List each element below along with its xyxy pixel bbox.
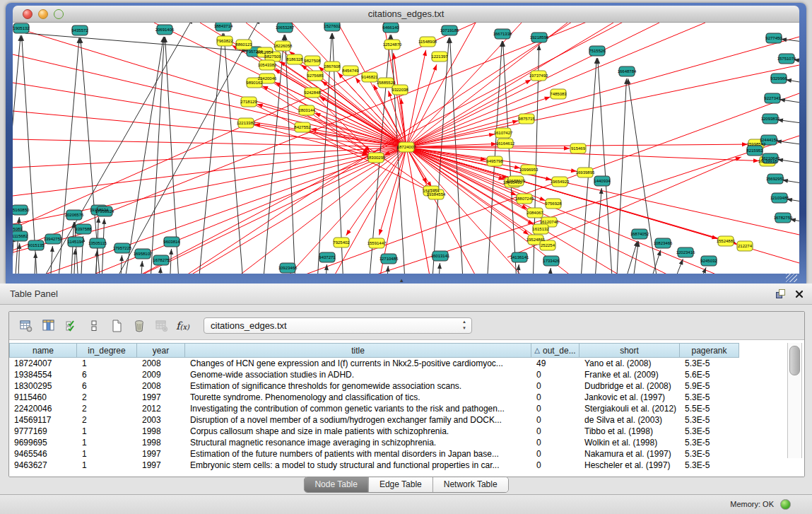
- cell-in_degree: 2: [77, 403, 137, 414]
- graph-edge[interactable]: [189, 147, 406, 274]
- cell-short: Tibbo et al. (1998): [579, 426, 680, 437]
- cell-year: 1997: [137, 448, 185, 460]
- graph-edge[interactable]: [285, 35, 297, 274]
- cell-in_degree: 2: [77, 392, 137, 403]
- graph-edge[interactable]: [659, 259, 683, 274]
- cell-in_degree: 1: [77, 358, 137, 369]
- cell-name: 18724007: [9, 358, 77, 369]
- graph-edge[interactable]: [406, 147, 736, 244]
- graph-edge[interactable]: [406, 147, 719, 274]
- column-header-title[interactable]: title: [185, 343, 531, 358]
- row-selection-button[interactable]: [60, 315, 83, 337]
- column-header-out_de[interactable]: △out_de...: [531, 343, 579, 358]
- graph-edge[interactable]: [182, 93, 799, 274]
- graph-edge[interactable]: [394, 53, 406, 147]
- graph-edge[interactable]: [787, 199, 799, 206]
- table-row[interactable]: 1830029562008Estimation of significance …: [9, 380, 804, 392]
- graph-node-label: 12524870: [383, 42, 402, 47]
- table-row[interactable]: 1872400712008Changes of HCN gene express…: [9, 358, 804, 369]
- table-row[interactable]: 946554611997Estimation of the future num…: [9, 448, 804, 460]
- vertical-scrollbar[interactable]: [787, 343, 802, 458]
- graph-edge[interactable]: [503, 41, 519, 274]
- table-select-dropdown[interactable]: citations_edges.txt ▲▼: [204, 317, 472, 334]
- cell-name: 22420046: [9, 403, 77, 414]
- table-row[interactable]: 969969511998Structural magnetic resonanc…: [9, 437, 804, 448]
- graph-edge[interactable]: [94, 23, 260, 274]
- network-window: citations_edges.txt 19051329435572206914…: [6, 3, 806, 284]
- scrollbar-thumb[interactable]: [789, 346, 800, 375]
- graph-edge[interactable]: [224, 33, 246, 274]
- graph-node-label: 9875715: [518, 117, 535, 121]
- cell-title: Estimation of significance thresholds fo…: [185, 380, 531, 392]
- graph-edge[interactable]: [307, 110, 369, 153]
- graph-edge-arrow: [95, 250, 99, 256]
- function-builder-icon[interactable]: f(x): [176, 320, 189, 332]
- graph-node-label: 17359924: [95, 209, 114, 214]
- graph-edge-arrow: [33, 252, 37, 258]
- close-panel-icon[interactable]: [795, 290, 804, 298]
- column-header-name[interactable]: name: [9, 343, 77, 358]
- new-column-button[interactable]: [105, 315, 128, 337]
- column-header-in_degree[interactable]: in_degree: [77, 343, 137, 358]
- network-canvas[interactable]: 1905132943557220691406188437141065328715…: [13, 22, 799, 274]
- graph-node-label: 1527602: [324, 24, 341, 28]
- column-header-pagerank[interactable]: pagerank: [680, 343, 739, 358]
- graph-edge-arrow: [423, 50, 427, 56]
- graph-node-label: 19654923: [551, 180, 570, 184]
- graph-node-label: 16013141: [431, 254, 450, 258]
- cell-name: 9465546: [9, 448, 77, 460]
- graph-node-label: 1905132: [13, 26, 30, 30]
- graph-node-label: 1733426: [543, 259, 560, 263]
- graph-edge[interactable]: [119, 37, 163, 274]
- graph-edge[interactable]: [684, 267, 706, 274]
- table-row[interactable]: 1938455462009Genome-wide association stu…: [9, 369, 804, 380]
- table-row[interactable]: 977716911998Corpus callosum shape and si…: [9, 426, 804, 437]
- graph-node-label: 9227343: [764, 96, 781, 100]
- graph-node-label: 9827508: [304, 59, 321, 63]
- cell-in_degree: 1: [77, 437, 137, 448]
- split-view-button[interactable]: [83, 315, 105, 337]
- graph-node-label: 9146821: [361, 75, 378, 79]
- graph-edge[interactable]: [13, 83, 406, 147]
- cell-short: Dudbridge et al. (2008): [579, 380, 680, 392]
- graph-node-label: 2084067: [526, 211, 543, 215]
- tab-edge-table[interactable]: Edge Table: [368, 477, 433, 492]
- cell-pagerank: 5.3E-5: [680, 414, 739, 426]
- cell-out_de: 0: [531, 426, 579, 437]
- tab-node-table[interactable]: Node Table: [304, 477, 368, 492]
- graph-edge-arrow: [539, 197, 546, 201]
- network-window-titlebar[interactable]: citations_edges.txt: [13, 6, 799, 23]
- cell-out_de: 0: [531, 460, 579, 471]
- table-row[interactable]: 911546021997Tourette syndrome. Phenomeno…: [9, 392, 804, 403]
- graph-node-label: 8186328: [286, 57, 303, 62]
- graph-node-label: 9015135: [28, 243, 45, 247]
- graph-node-label: 15885520: [377, 81, 396, 85]
- split-divider-handle[interactable]: ▴: [400, 277, 404, 284]
- table-row[interactable]: 2242004622012Investigating the contribut…: [9, 403, 804, 414]
- tab-network-table[interactable]: Network Table: [433, 477, 508, 492]
- table-row[interactable]: 1456911722003Disruption of a novel membe…: [9, 414, 804, 426]
- delete-column-button[interactable]: [128, 315, 151, 337]
- window-resize-handle[interactable]: [786, 274, 797, 282]
- graph-edge-arrow: [256, 23, 260, 24]
- graph-node-label: 10719185: [440, 28, 459, 33]
- graph-edge-arrow: [346, 230, 351, 235]
- attribute-table: namein_degreeyeartitle△out_de...shortpag…: [9, 339, 804, 477]
- cell-title: Structural magnetic resonance image aver…: [185, 437, 531, 448]
- column-chooser-button[interactable]: [37, 315, 60, 337]
- cell-out_de: 0: [531, 369, 579, 380]
- graph-edge[interactable]: [598, 58, 615, 274]
- graph-edge[interactable]: [578, 58, 596, 274]
- column-header-short[interactable]: short: [579, 343, 680, 358]
- graph-edge-arrow: [525, 80, 531, 84]
- graph-edge[interactable]: [25, 33, 247, 51]
- graph-edge[interactable]: [615, 78, 627, 274]
- float-panel-icon[interactable]: [776, 289, 785, 298]
- graph-edge[interactable]: [786, 80, 799, 88]
- graph-edge-arrow: [188, 23, 193, 24]
- table-row[interactable]: 946362711997Embryonic stem cells: a mode…: [9, 460, 804, 471]
- cell-title: Embryonic stem cells: a model to study s…: [185, 460, 531, 471]
- column-header-year[interactable]: year: [137, 343, 185, 358]
- table-settings-button[interactable]: [15, 315, 37, 337]
- graph-edge[interactable]: [406, 50, 426, 147]
